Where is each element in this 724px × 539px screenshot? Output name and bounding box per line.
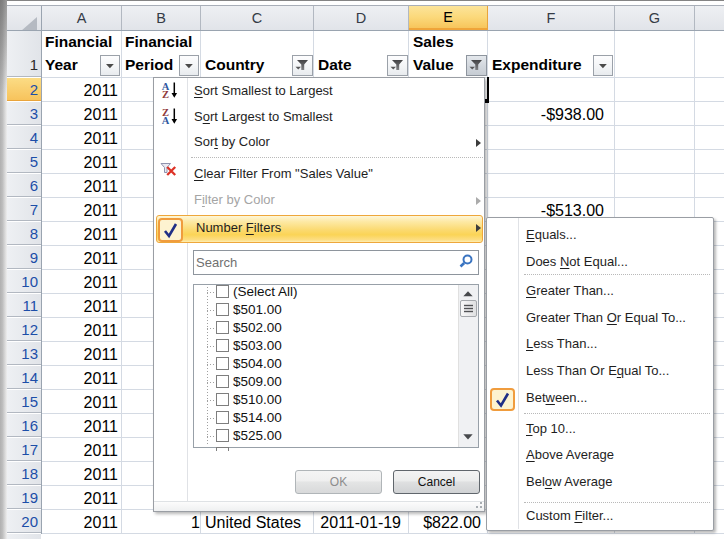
svg-text:Z: Z xyxy=(162,89,169,100)
svg-text:A: A xyxy=(162,115,170,126)
